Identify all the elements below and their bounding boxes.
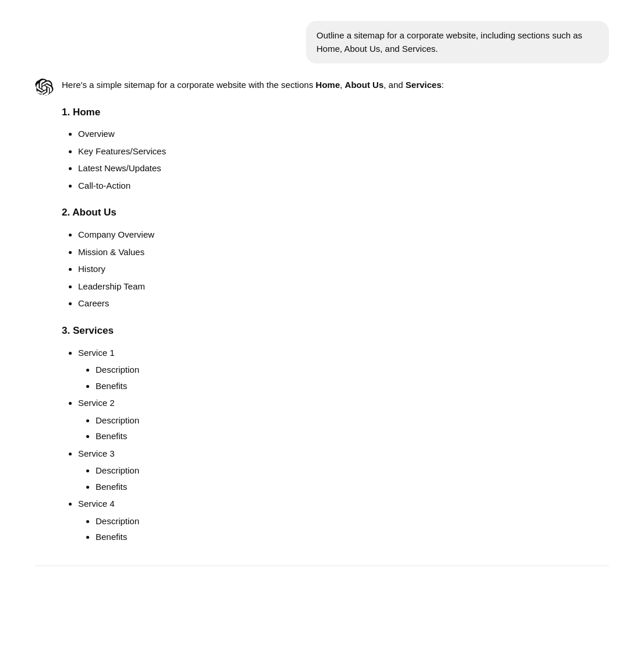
list-item: Service 4 Description Benefits xyxy=(78,496,609,545)
list-item: Mission & Values xyxy=(78,245,609,260)
list-item: Benefits xyxy=(96,479,609,495)
user-message-bubble: Outline a sitemap for a corporate websit… xyxy=(306,21,609,63)
list-item: Service 3 Description Benefits xyxy=(78,446,609,495)
section-heading-services: 3. Services xyxy=(62,323,609,340)
user-message-container: Outline a sitemap for a corporate websit… xyxy=(35,12,609,63)
intro-sep2: , and xyxy=(383,80,406,90)
list-item: Benefits xyxy=(96,379,609,394)
list-item: Description xyxy=(96,413,609,428)
list-item: Key Features/Services xyxy=(78,144,609,159)
intro-bold3: Services xyxy=(406,80,442,90)
intro-bold1: Home xyxy=(316,80,340,90)
list-item: Leadership Team xyxy=(78,279,609,294)
list-item: Company Overview xyxy=(78,227,609,242)
intro-bold2: About Us xyxy=(345,80,384,90)
list-item: Latest News/Updates xyxy=(78,161,609,176)
service3-sub-list: Description Benefits xyxy=(78,463,609,494)
list-item: Careers xyxy=(78,296,609,311)
divider xyxy=(35,566,609,566)
service1-sub-list: Description Benefits xyxy=(78,362,609,393)
ai-response-container: Here's a simple sitemap for a corporate … xyxy=(35,77,609,547)
ai-icon xyxy=(35,79,54,97)
list-item: Overview xyxy=(78,126,609,142)
services-items-list: Service 1 Description Benefits Service 2… xyxy=(62,345,609,545)
section-heading-about: 2. About Us xyxy=(62,204,609,221)
intro-sep1: , xyxy=(340,80,344,90)
home-items-list: Overview Key Features/Services Latest Ne… xyxy=(62,126,609,193)
intro-before: Here's a simple sitemap for a corporate … xyxy=(62,80,316,90)
list-item: Description xyxy=(96,463,609,478)
about-items-list: Company Overview Mission & Values Histor… xyxy=(62,227,609,311)
list-item: Service 2 Description Benefits xyxy=(78,395,609,444)
list-item: Description xyxy=(96,362,609,377)
list-item: Description xyxy=(96,514,609,529)
section-heading-home: 1. Home xyxy=(62,104,609,121)
ai-response-content: Here's a simple sitemap for a corporate … xyxy=(62,77,609,547)
list-item: Benefits xyxy=(96,529,609,545)
ai-intro-text: Here's a simple sitemap for a corporate … xyxy=(62,77,609,93)
page-container: Outline a sitemap for a corporate websit… xyxy=(0,0,644,589)
list-item: Benefits xyxy=(96,429,609,444)
service4-sub-list: Description Benefits xyxy=(78,514,609,545)
list-item: Service 1 Description Benefits xyxy=(78,345,609,394)
user-message-text: Outline a sitemap for a corporate websit… xyxy=(316,30,582,54)
intro-after: : xyxy=(442,80,444,90)
list-item: History xyxy=(78,262,609,277)
service2-sub-list: Description Benefits xyxy=(78,413,609,444)
list-item: Call-to-Action xyxy=(78,178,609,193)
